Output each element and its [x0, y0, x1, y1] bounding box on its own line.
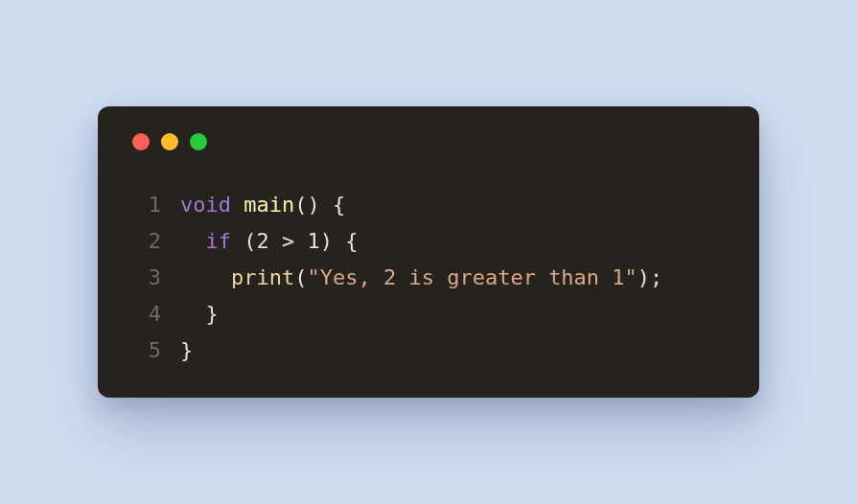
line-content: if (2 > 1) { — [180, 223, 359, 260]
code-token: () { — [294, 193, 345, 217]
code-token: ) { — [320, 229, 359, 253]
code-token: > — [269, 229, 308, 253]
code-token: if — [206, 229, 232, 253]
code-token — [180, 265, 231, 289]
code-line: 2 if (2 > 1) { — [128, 223, 729, 260]
line-number: 1 — [128, 187, 161, 223]
code-token: main — [243, 193, 294, 217]
maximize-icon[interactable] — [190, 133, 207, 150]
code-token: ( — [294, 265, 307, 289]
traffic-lights — [132, 133, 729, 150]
code-block: 1void main() {2 if (2 > 1) {3 print("Yes… — [128, 187, 729, 368]
line-content: void main() { — [180, 187, 345, 223]
line-content: print("Yes, 2 is greater than 1"); — [180, 260, 662, 296]
code-token: } — [180, 302, 219, 326]
code-token: ); — [637, 265, 663, 289]
code-token: 2 — [257, 229, 269, 253]
code-line: 5} — [128, 332, 729, 369]
line-number: 3 — [128, 260, 161, 296]
code-token: 1 — [308, 229, 320, 253]
code-token: "Yes, 2 is greater than 1" — [307, 265, 637, 289]
line-content: } — [180, 296, 219, 332]
line-number: 2 — [128, 223, 161, 260]
code-token: void — [180, 193, 231, 217]
code-token: ( — [231, 229, 257, 253]
line-content: } — [180, 332, 193, 369]
minimize-icon[interactable] — [161, 133, 178, 150]
code-token: print — [231, 265, 294, 289]
line-number: 4 — [128, 296, 161, 332]
close-icon[interactable] — [132, 133, 150, 150]
code-window: 1void main() {2 if (2 > 1) {3 print("Yes… — [98, 106, 759, 397]
code-token — [231, 193, 243, 217]
code-line: 4 } — [128, 296, 729, 332]
code-line: 1void main() { — [128, 187, 729, 223]
code-line: 3 print("Yes, 2 is greater than 1"); — [128, 260, 729, 296]
code-token — [180, 229, 206, 253]
code-token: } — [180, 338, 193, 362]
line-number: 5 — [128, 332, 161, 369]
